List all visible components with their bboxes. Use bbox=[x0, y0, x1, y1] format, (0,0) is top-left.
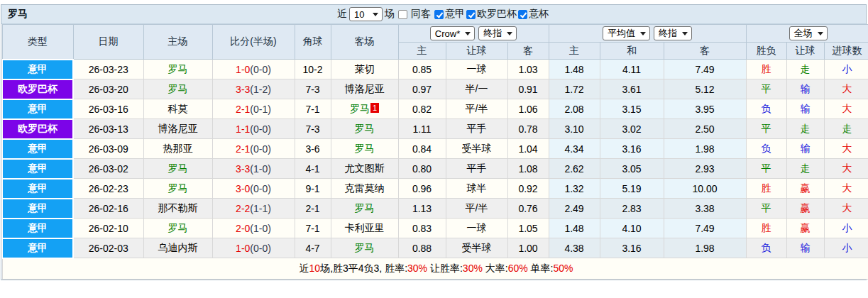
team-name: 罗马 bbox=[168, 63, 188, 74]
corner-score: 10-2 bbox=[295, 60, 331, 79]
red-card-badge: 1 bbox=[370, 103, 379, 113]
home-team: 罗马 bbox=[143, 219, 212, 238]
asian-final-index-select[interactable]: 终指 bbox=[478, 26, 517, 40]
euro-home-odds: 1.48 bbox=[549, 219, 600, 238]
euro-final-index-select[interactable]: 终指 bbox=[654, 26, 692, 40]
team-name: 罗马 bbox=[355, 202, 375, 214]
asian-away-odds: 0.91 bbox=[507, 79, 549, 99]
result-outcome: 胜 bbox=[746, 179, 786, 199]
col-header-score: 比分(半场) bbox=[212, 25, 295, 60]
result-handicap: 赢 bbox=[786, 179, 824, 199]
summary-stat-value: 30% bbox=[463, 263, 483, 274]
league-badge: 意甲 bbox=[2, 60, 73, 79]
summary-text: 大率: bbox=[483, 263, 508, 274]
asian-away-odds: 1.03 bbox=[507, 60, 549, 79]
fulltime-score: 2-0 bbox=[236, 223, 250, 234]
team-name: 科莫 bbox=[168, 103, 188, 114]
corner-score: 3-6 bbox=[295, 139, 331, 159]
roma-stats-page: 罗马 近 10 场 同客 意甲欧罗巴杯意杯 bbox=[0, 0, 868, 298]
asian-away-odds: 1.05 bbox=[507, 219, 549, 238]
summary-stat-value: 30% bbox=[407, 263, 427, 274]
result-outcome: 胜 bbox=[746, 60, 786, 79]
euro-home-odds: 1.48 bbox=[549, 60, 600, 79]
result-handicap: 输 bbox=[786, 139, 824, 159]
result-handicap: 赢 bbox=[786, 219, 824, 238]
league-badge: 欧罗巴杯 bbox=[2, 119, 73, 139]
euro-away-odds: 2.93 bbox=[664, 159, 746, 179]
away-team: 罗马 bbox=[331, 139, 398, 159]
same-away-checkbox[interactable] bbox=[398, 10, 407, 19]
match-row: 欧罗巴杯26-03-13博洛尼亚1-1(0-0)7-3罗马1.11平手0.783… bbox=[2, 119, 868, 139]
result-outcome: 平 bbox=[746, 119, 786, 139]
euro-draw-odds: 4.11 bbox=[600, 60, 664, 79]
summary-stat-value: 60% bbox=[508, 263, 528, 274]
asian-away-odds: 1.00 bbox=[507, 238, 549, 258]
col-header-type: 类型 bbox=[2, 25, 73, 60]
score-cell: 2-1(0-0) bbox=[212, 139, 295, 159]
euro-home-odds: 2.62 bbox=[549, 159, 600, 179]
league-badge: 意甲 bbox=[2, 179, 73, 199]
same-away-label: 同客 bbox=[411, 8, 431, 21]
match-row: 欧罗巴杯26-03-20罗马3-3(1-2)7-3博洛尼亚0.97半/一0.91… bbox=[2, 79, 868, 99]
result-outcome: 平 bbox=[746, 79, 786, 99]
team-title: 罗马 bbox=[1, 8, 28, 21]
asian-away-odds: 0.78 bbox=[507, 119, 549, 139]
bookmaker-select[interactable]: Crow* bbox=[430, 26, 475, 40]
halftime-score: (1-2) bbox=[250, 84, 271, 95]
team-name: 罗马 bbox=[355, 242, 375, 253]
match-date: 26-02-10 bbox=[73, 219, 143, 238]
home-team: 热那亚 bbox=[143, 139, 212, 159]
match-row: 意甲26-03-16科莫2-1(0-1)7-1罗马10.82平/半1.062.0… bbox=[2, 99, 868, 119]
team-name: 罗马 bbox=[355, 123, 375, 134]
handicap-line: 受半球 bbox=[446, 238, 507, 258]
euro-draw-odds: 3.05 bbox=[600, 159, 664, 179]
asian-home-odds: 0.84 bbox=[398, 139, 446, 159]
asian-home-odds: 0.80 bbox=[398, 159, 446, 179]
euro-draw-odds: 5.19 bbox=[600, 179, 664, 199]
asian-home-odds: 0.83 bbox=[398, 219, 446, 238]
euro-draw-odds: 3.16 bbox=[600, 139, 664, 159]
team-name: 莱切 bbox=[355, 63, 375, 74]
near-label: 近 bbox=[337, 8, 347, 21]
team-name: 博洛尼亚 bbox=[345, 83, 385, 94]
full-match-select[interactable]: 全场 bbox=[789, 26, 828, 40]
fulltime-score: 3-0 bbox=[236, 183, 250, 194]
col-header-asian-home: 主 bbox=[398, 43, 446, 60]
league-filter-checkbox[interactable] bbox=[466, 10, 476, 19]
euro-home-odds: 2.49 bbox=[549, 199, 600, 219]
asian-home-odds: 0.88 bbox=[398, 238, 446, 258]
summary-footer: 近10场,胜3平4负3, 胜率:30% 让胜率:30% 大率:60% 单率:50… bbox=[2, 258, 868, 280]
home-team: 科莫 bbox=[143, 99, 212, 119]
away-team: 罗马 bbox=[331, 238, 398, 258]
fulltime-score: 2-2 bbox=[236, 203, 250, 214]
home-team: 罗马 bbox=[143, 79, 212, 99]
score-cell: 1-0(0-0) bbox=[212, 238, 295, 258]
corner-score: 2-1 bbox=[295, 199, 331, 219]
result-goals: 大 bbox=[824, 159, 868, 179]
team-name: 卡利亚里 bbox=[345, 222, 385, 233]
league-badge: 意甲 bbox=[2, 139, 73, 159]
fulltime-score: 1-0 bbox=[236, 64, 250, 75]
euro-away-odds: 1.98 bbox=[664, 139, 746, 159]
match-date: 26-03-20 bbox=[73, 79, 143, 99]
games-count-select[interactable]: 10 bbox=[349, 7, 383, 21]
result-goals: 大 bbox=[824, 179, 868, 199]
result-goals: 小 bbox=[824, 219, 868, 238]
league-filter-checkbox[interactable] bbox=[434, 10, 444, 19]
euro-away-odds: 10.00 bbox=[664, 179, 746, 199]
league-filter-checkbox[interactable] bbox=[518, 10, 527, 19]
fulltime-score: 1-0 bbox=[236, 243, 250, 254]
col-header-date: 日期 bbox=[73, 25, 143, 60]
chevron-down-icon bbox=[373, 13, 378, 16]
euro-home-odds: 4.38 bbox=[549, 238, 600, 258]
handicap-line: 半/一 bbox=[446, 79, 507, 99]
col-header-away: 客场 bbox=[331, 25, 398, 60]
halftime-score: (0-0) bbox=[250, 143, 271, 155]
average-select[interactable]: 平均值 bbox=[603, 26, 650, 40]
result-goals: 大 bbox=[824, 199, 868, 219]
handicap-line: 受半球 bbox=[446, 139, 507, 159]
handicap-line: 一球 bbox=[446, 60, 507, 79]
euro-away-odds: 3.95 bbox=[664, 99, 746, 119]
team-name: 罗马 bbox=[168, 182, 188, 194]
fulltime-score: 1-1 bbox=[236, 123, 250, 135]
